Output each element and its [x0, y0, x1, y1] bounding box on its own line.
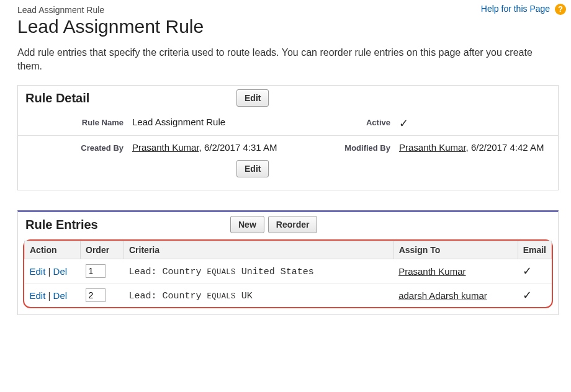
breadcrumb: Lead Assignment Rule: [17, 5, 559, 15]
order-input[interactable]: [86, 288, 106, 302]
email-check-icon: ✓: [523, 289, 532, 301]
edit-link[interactable]: Edit: [30, 266, 46, 277]
page-title: Lead Assignment Rule: [17, 16, 559, 37]
modified-by-timestamp: , 6/2/2017 4:42 AM: [466, 142, 544, 153]
del-link[interactable]: Del: [53, 266, 68, 277]
col-header-email: Email: [518, 241, 551, 259]
help-icon: ?: [555, 4, 566, 15]
rule-name-label: Rule Name: [20, 117, 132, 130]
col-header-order: Order: [81, 241, 124, 259]
edit-button-bottom[interactable]: Edit: [236, 160, 269, 177]
rule-detail-title: Rule Detail: [25, 91, 236, 105]
modified-by-label: Modified By: [325, 142, 399, 153]
new-button[interactable]: New: [230, 216, 264, 233]
table-row: Edit | Del Lead: Country EQUALS United S…: [25, 259, 552, 283]
created-by-label: Created By: [20, 142, 132, 153]
table-row: Edit | Del Lead: Country EQUALS UK: [25, 283, 552, 308]
rule-entries-table: Action Order Criteria Assign To Email Ed…: [24, 241, 552, 307]
rule-name-value: Lead Assignment Rule: [132, 117, 325, 130]
rule-entries-title: Rule Entries: [25, 218, 230, 232]
rule-entries-section: Rule Entries New Reorder Action Order Cr…: [17, 210, 559, 315]
assign-to-link[interactable]: Prasanth Kumar: [398, 266, 465, 277]
active-label: Active: [325, 117, 399, 130]
assign-to-link[interactable]: adarsh Adarsh kumar: [398, 290, 487, 301]
page-description: Add rule entries that specify the criter…: [17, 46, 559, 73]
help-for-page[interactable]: Help for this Page ?: [481, 4, 566, 15]
col-header-action: Action: [25, 241, 81, 259]
criteria-text: Lead: Country EQUALS UK: [129, 291, 253, 301]
edit-link[interactable]: Edit: [30, 290, 46, 301]
created-by-timestamp: , 6/2/2017 4:31 AM: [199, 142, 277, 153]
col-header-criteria: Criteria: [124, 241, 394, 259]
order-input[interactable]: [86, 264, 106, 278]
reorder-button[interactable]: Reorder: [268, 216, 318, 233]
rule-entries-highlight-box: Action Order Criteria Assign To Email Ed…: [23, 239, 553, 308]
edit-button-top[interactable]: Edit: [236, 89, 269, 107]
help-link[interactable]: Help for this Page: [481, 4, 550, 14]
col-header-assign-to: Assign To: [393, 241, 518, 259]
email-check-icon: ✓: [523, 265, 532, 277]
criteria-text: Lead: Country EQUALS United States: [129, 267, 314, 277]
created-by-user-link[interactable]: Prasanth Kumar: [132, 142, 199, 153]
rule-detail-section: Rule Detail Edit Rule Name Lead Assignme…: [17, 85, 559, 190]
active-check-icon: ✓: [399, 117, 408, 130]
del-link[interactable]: Del: [53, 290, 68, 301]
modified-by-user-link[interactable]: Prasanth Kumar: [399, 142, 466, 153]
